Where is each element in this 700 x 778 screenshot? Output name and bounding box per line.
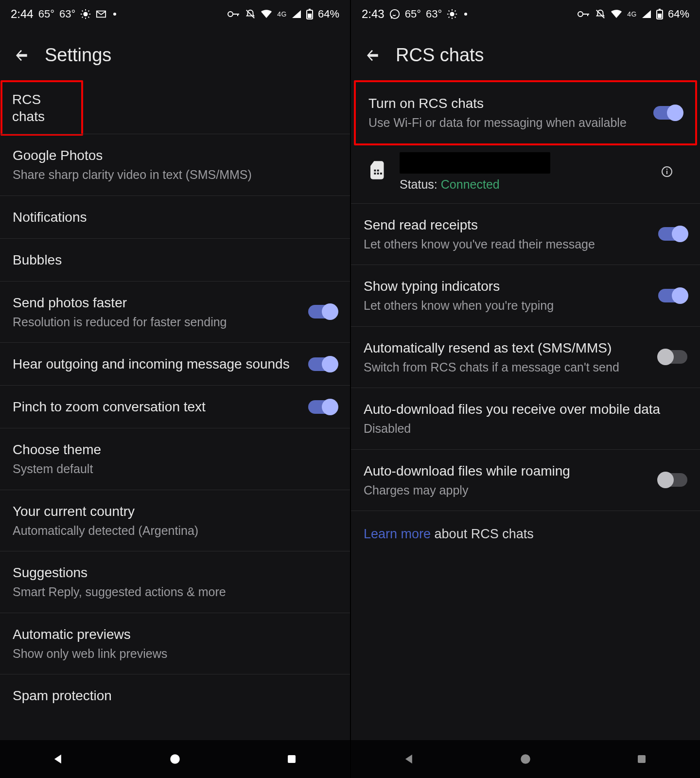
nav-home-button[interactable] xyxy=(511,744,540,774)
svg-point-28 xyxy=(578,12,583,17)
app-header: Settings xyxy=(0,27,350,80)
learn-more-row: Learn more about RCS chats xyxy=(351,511,700,557)
status-prefix: Status: xyxy=(400,177,441,191)
info-icon[interactable] xyxy=(661,166,673,177)
svg-rect-11 xyxy=(237,14,238,16)
toggle-send-photos-faster[interactable] xyxy=(308,305,337,318)
toggle-typing-indicators[interactable] xyxy=(658,289,687,302)
settings-row-typing-indicators[interactable]: Show typing indicators Let others know w… xyxy=(351,265,700,327)
svg-rect-29 xyxy=(583,14,589,15)
status-bar: 2:44 65° 63° xyxy=(0,0,350,27)
nav-home-button[interactable] xyxy=(160,744,190,774)
clock-text: 2:44 xyxy=(11,7,34,21)
nav-recent-button[interactable] xyxy=(277,744,306,774)
settings-row-choose-theme[interactable]: Choose theme System default xyxy=(0,428,350,490)
row-title: Send photos faster xyxy=(13,294,298,311)
svg-rect-39 xyxy=(380,173,382,175)
svg-line-8 xyxy=(88,11,89,12)
toggle-message-sounds[interactable] xyxy=(308,357,337,371)
phone-number-redacted xyxy=(400,152,550,174)
signal-icon xyxy=(292,10,301,18)
row-subtitle: Share sharp clarity video in text (SMS/M… xyxy=(13,167,337,183)
settings-row-auto-download-roaming[interactable]: Auto-download files while roaming Charge… xyxy=(351,450,700,512)
row-title: Spam protection xyxy=(13,687,337,704)
temp-low: 63° xyxy=(59,8,75,20)
settings-row-notifications[interactable]: Notifications xyxy=(0,196,350,239)
sun-icon xyxy=(447,9,457,19)
row-title: Turn on RCS chats xyxy=(368,95,644,112)
phone-right: 2:43 65° 63° xyxy=(350,0,700,778)
toggle-turn-on-rcs[interactable] xyxy=(653,106,682,120)
back-button[interactable] xyxy=(364,46,382,65)
status-value: Connected xyxy=(441,177,500,191)
svg-line-27 xyxy=(455,11,456,12)
row-subtitle: Charges may apply xyxy=(364,482,648,498)
learn-more-suffix: about RCS chats xyxy=(431,527,534,541)
nav-recent-button[interactable] xyxy=(627,744,656,774)
network-type-label: 4G xyxy=(627,11,637,17)
dnd-off-icon xyxy=(245,9,256,19)
settings-row-current-country[interactable]: Your current country Automatically detec… xyxy=(0,490,350,552)
back-button[interactable] xyxy=(13,46,31,65)
row-subtitle: Smart Reply, suggested actions & more xyxy=(13,584,337,600)
signal-icon xyxy=(642,10,651,18)
row-subtitle: Resolution is reduced for faster sending xyxy=(13,314,298,330)
settings-row-google-photos[interactable]: Google Photos Share sharp clarity video … xyxy=(0,134,350,196)
svg-point-9 xyxy=(228,12,233,17)
svg-line-6 xyxy=(88,17,89,18)
settings-row-message-sounds[interactable]: Hear outgoing and incoming message sound… xyxy=(0,343,350,386)
app-header: RCS chats xyxy=(351,27,700,80)
settings-row-spam-protection[interactable]: Spam protection xyxy=(0,674,350,717)
toggle-auto-download-roaming[interactable] xyxy=(658,473,687,487)
wifi-icon xyxy=(611,10,622,18)
sim-status-row[interactable]: Status: Connected xyxy=(351,145,700,204)
settings-row-rcs-chats[interactable]: RCS chats xyxy=(2,82,81,134)
rcs-settings-list: Turn on RCS chats Use Wi-Fi or data for … xyxy=(351,80,700,557)
svg-rect-15 xyxy=(308,14,312,18)
page-title: RCS chats xyxy=(396,45,484,66)
svg-rect-41 xyxy=(666,171,667,174)
settings-list: RCS chats Google Photos Share sharp clar… xyxy=(0,80,350,717)
settings-row-automatic-previews[interactable]: Automatic previews Show only web link pr… xyxy=(0,613,350,675)
more-notifications-dot-icon xyxy=(464,13,467,16)
battery-percent: 64% xyxy=(668,8,689,20)
page-title: Settings xyxy=(45,45,111,66)
toggle-auto-resend[interactable] xyxy=(658,350,687,364)
row-title: Suggestions xyxy=(13,564,337,581)
settings-row-turn-on-rcs[interactable]: Turn on RCS chats Use Wi-Fi or data for … xyxy=(356,82,695,143)
row-title: Pinch to zoom conversation text xyxy=(13,398,298,415)
settings-row-auto-download-mobile[interactable]: Auto-download files you receive over mob… xyxy=(351,388,700,450)
svg-line-24 xyxy=(449,11,450,12)
navigation-bar xyxy=(351,740,700,778)
settings-row-pinch-zoom[interactable]: Pinch to zoom conversation text xyxy=(0,386,350,428)
settings-row-bubbles[interactable]: Bubbles xyxy=(0,239,350,282)
row-title: Show typing indicators xyxy=(364,278,648,295)
whatsapp-icon xyxy=(389,9,400,19)
more-notifications-dot-icon xyxy=(113,13,116,16)
settings-row-suggestions[interactable]: Suggestions Smart Reply, suggested actio… xyxy=(0,551,350,613)
rcs-status-line: Status: Connected xyxy=(400,177,550,192)
nav-back-button[interactable] xyxy=(395,744,424,774)
toggle-read-receipts[interactable] xyxy=(658,227,687,241)
wifi-icon xyxy=(261,10,272,18)
battery-icon xyxy=(306,9,313,19)
learn-more-link[interactable]: Learn more xyxy=(364,527,431,541)
settings-row-send-photos-faster[interactable]: Send photos faster Resolution is reduced… xyxy=(0,282,350,343)
gmail-icon xyxy=(96,10,106,18)
svg-rect-14 xyxy=(309,9,311,10)
svg-rect-36 xyxy=(377,170,379,172)
toggle-pinch-zoom[interactable] xyxy=(308,400,337,414)
row-title: Auto-download files you receive over mob… xyxy=(364,401,687,418)
svg-rect-10 xyxy=(233,14,239,15)
svg-point-19 xyxy=(450,12,455,16)
row-title: Bubbles xyxy=(13,251,337,268)
row-title: Automatically resend as text (SMS/MMS) xyxy=(364,339,648,356)
nav-back-button[interactable] xyxy=(44,744,73,774)
row-subtitle: Let others know you've read their messag… xyxy=(364,236,648,252)
row-title: RCS chats xyxy=(12,91,71,125)
row-title: Auto-download files while roaming xyxy=(364,462,648,479)
settings-row-read-receipts[interactable]: Send read receipts Let others know you'v… xyxy=(351,204,700,265)
sun-icon xyxy=(80,9,91,19)
settings-row-auto-resend[interactable]: Automatically resend as text (SMS/MMS) S… xyxy=(351,327,700,389)
status-bar: 2:43 65° 63° xyxy=(351,0,700,27)
